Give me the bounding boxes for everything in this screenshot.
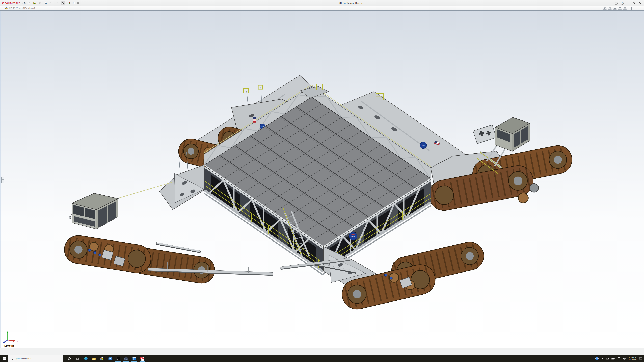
taskbar-app-icons: C:\ <box>82 355 146 362</box>
taskbar-app-file-explorer[interactable] <box>90 355 98 362</box>
tray-wireless-display[interactable] <box>606 357 609 360</box>
doc-restore-button[interactable] <box>618 7 622 9</box>
save-icon <box>39 2 42 4</box>
save-dropdown-caret[interactable] <box>42 3 43 3</box>
3d-model-crawler-transporter[interactable]: NASA NASA <box>0 10 644 348</box>
pane-right-button[interactable] <box>608 7 612 9</box>
show-desktop-button[interactable] <box>643 355 644 362</box>
stoplight-icon <box>68 2 71 4</box>
quick-access-toolbar <box>23 0 82 5</box>
taskbar-app-mail[interactable] <box>106 355 114 362</box>
svg-text:C:\: C:\ <box>117 358 119 359</box>
print-dropdown-caret[interactable] <box>48 3 49 3</box>
orientation-triad[interactable]: x <box>2 330 19 344</box>
windows-logo-icon <box>3 357 6 360</box>
taskbar-app-solidworks[interactable]: 2021 <box>138 355 146 362</box>
search-input[interactable] <box>14 358 56 360</box>
open-icon <box>33 2 36 4</box>
tray-volume-muted[interactable] <box>623 357 626 360</box>
print-button[interactable] <box>44 1 49 5</box>
help-icon: ? <box>620 1 624 5</box>
user-icon <box>614 1 618 5</box>
stoplight-button[interactable] <box>68 1 72 5</box>
doc-minimize-icon <box>614 7 616 9</box>
front-left-crawler-truck <box>62 233 217 285</box>
help-bubble-icon: ? <box>595 357 599 361</box>
nasa-logo-decal-right: NASA <box>420 142 427 149</box>
redo-button[interactable] <box>55 1 60 5</box>
tray-battery[interactable] <box>611 357 615 360</box>
options-dropdown-caret[interactable] <box>80 3 81 3</box>
solidworks-logo: 3S SOLIDWORKS <box>1 0 23 6</box>
new-document-button[interactable] <box>27 1 32 5</box>
feature-panel-collapsed-handle[interactable] <box>1 177 4 183</box>
view-orientation-label: *Dimetric <box>3 344 14 347</box>
undo-button[interactable] <box>50 1 55 5</box>
save-button[interactable] <box>38 1 44 5</box>
graphics-viewport[interactable]: NASA NASA <box>0 10 644 348</box>
svg-text:NASA: NASA <box>351 236 355 237</box>
3ds-logo-icon: 3S <box>1 2 4 4</box>
svg-text:2021: 2021 <box>142 360 144 361</box>
print-icon <box>44 2 47 4</box>
brand-text-light: WORKS <box>12 2 20 4</box>
taskbar-app-blue-window[interactable] <box>130 355 138 362</box>
doc-minimize-button[interactable] <box>613 7 617 9</box>
us-flag-decal-right <box>434 141 440 145</box>
battery-icon <box>611 357 615 360</box>
home-button[interactable] <box>23 1 27 5</box>
display-pane-button[interactable] <box>72 1 76 5</box>
left-operator-cab <box>69 193 118 229</box>
clock-time: 4:14 PM <box>628 357 637 359</box>
open-dropdown-caret[interactable] <box>36 3 38 3</box>
action-center-button[interactable] <box>639 357 642 360</box>
taskbar-app-hexagon[interactable] <box>122 355 130 362</box>
triad-y-arrow <box>7 331 8 333</box>
taskbar-search[interactable] <box>8 355 63 362</box>
cortana-button[interactable] <box>66 355 74 362</box>
options-button[interactable] <box>76 1 82 5</box>
tray-hidden-icons-chevron[interactable] <box>601 357 604 360</box>
open-button[interactable] <box>32 1 38 5</box>
microsoft-store-icon <box>100 357 104 361</box>
doc-close-icon <box>624 7 626 9</box>
pane-left-icon <box>604 7 606 9</box>
part-document-icon <box>5 7 8 10</box>
new-dropdown-caret[interactable] <box>31 3 32 3</box>
new-document-icon <box>28 2 30 4</box>
select-dropdown-button[interactable] <box>65 1 68 5</box>
doc-restore-icon <box>619 7 621 9</box>
redo-dropdown-caret[interactable] <box>59 3 60 3</box>
system-tray: ? <box>595 355 642 362</box>
solidworks-application-window: 3S SOLIDWORKS <box>0 0 644 362</box>
document-title: CT_TA [Viewing] [Read-only] <box>9 6 35 10</box>
restore-button[interactable] <box>632 0 636 5</box>
tray-help-button[interactable]: ? <box>595 357 599 361</box>
doc-close-button[interactable] <box>623 7 627 9</box>
status-bar <box>0 348 644 355</box>
close-button[interactable] <box>638 0 643 5</box>
task-view-button[interactable] <box>74 355 82 362</box>
select-dropdown-caret <box>66 3 67 3</box>
tray-network[interactable] <box>617 357 621 360</box>
close-icon <box>639 2 641 4</box>
pane-left-button[interactable] <box>603 7 607 9</box>
select-tool-button[interactable] <box>60 1 65 5</box>
taskbar-clock[interactable]: 4:14 PM 2/17/2021 <box>628 357 637 361</box>
command-prompt-icon: C:\ <box>116 357 120 361</box>
nasa-logo-decal-front: NASA <box>349 232 357 240</box>
mail-icon <box>108 357 112 361</box>
us-flag-decal-left <box>253 117 256 122</box>
account-button[interactable] <box>614 0 618 5</box>
taskbar-app-edge[interactable] <box>82 355 90 362</box>
start-button[interactable] <box>0 355 8 362</box>
svg-text:?: ? <box>596 358 598 360</box>
volume-muted-icon <box>623 357 626 360</box>
minimize-button[interactable] <box>626 0 630 5</box>
help-button[interactable]: ? <box>620 0 624 5</box>
taskbar-app-store[interactable] <box>98 355 106 362</box>
svg-text:?: ? <box>622 2 622 4</box>
undo-dropdown-caret[interactable] <box>53 3 54 3</box>
home-icon <box>23 2 26 4</box>
taskbar-app-command-prompt[interactable]: C:\ <box>114 355 122 362</box>
